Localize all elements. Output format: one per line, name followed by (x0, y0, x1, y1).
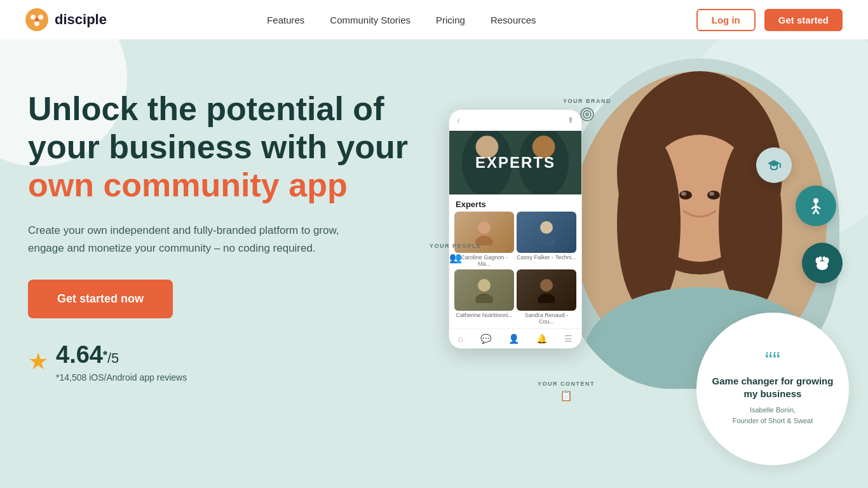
paws-icon-float (802, 243, 843, 283)
svg-point-27 (478, 221, 491, 234)
phone-card-3: Catherine Nutritionni... (454, 269, 514, 325)
hero-heading-accent: own community app (28, 166, 348, 203)
phone-nav-menu: ☰ (564, 334, 573, 344)
label-people-text: YOUR PEOPLE (430, 243, 482, 249)
phone-header: ‹ ⬆ (449, 110, 581, 131)
phone-card-2-name: Cassy Falker - Techni... (517, 254, 576, 261)
hero-left: Unlock the potential of your business wi… (28, 90, 435, 383)
yoga-icon-float (796, 186, 836, 226)
svg-point-21 (823, 257, 826, 261)
rating-reviews: *14,508 iOS/Android app reviews (56, 372, 187, 383)
hero-right: ‹ ⬆ EXPERTS Experts (423, 58, 868, 488)
header-actions: Log in Get started (696, 9, 843, 31)
logo-icon (25, 8, 48, 31)
svg-point-32 (475, 294, 493, 303)
logo-text: disciple (55, 11, 107, 28)
svg-point-11 (679, 191, 692, 200)
phone-nav-chat: 💬 (480, 334, 491, 344)
hero-heading-line2: your business with your (28, 128, 408, 165)
document-icon: 📋 (560, 390, 573, 402)
nav-features[interactable]: Features (267, 15, 304, 25)
svg-point-4 (35, 18, 39, 22)
rating-row: ★ 4.64*/5 *14,508 iOS/Android app review… (28, 341, 435, 383)
phone-card-2-img (517, 212, 576, 253)
svg-point-8 (617, 135, 681, 313)
hero-heading-line1: Unlock the potential of (28, 90, 384, 127)
phone-card-4: Sandra Renaud - Cou... (517, 269, 576, 325)
nav-pricing[interactable]: Pricing (436, 15, 465, 25)
phone-nav-home: ⌂ (458, 334, 463, 344)
star-icon: ★ (28, 348, 48, 375)
svg-point-13 (681, 192, 686, 196)
nav-resources[interactable]: Resources (491, 15, 536, 25)
nav-community-stories[interactable]: Community Stories (330, 15, 410, 25)
hero-subtext: Create your own independent and fully-br… (28, 222, 371, 256)
svg-point-33 (540, 279, 553, 292)
svg-point-14 (709, 192, 714, 196)
testimonial-text: Game changer for growing my business (712, 375, 834, 400)
svg-point-30 (538, 236, 555, 245)
phone-card-2: Cassy Falker - Techni... (517, 212, 576, 267)
main-nav: Features Community Stories Pricing Resou… (267, 15, 536, 25)
quote-mark: ““ (765, 352, 780, 370)
phone-card-4-name: Sandra Renaud - Cou... (517, 312, 576, 325)
svg-point-34 (538, 294, 555, 303)
header: disciple Features Community Stories Pric… (0, 0, 868, 39)
phone-banner-text: EXPERTS (475, 154, 555, 172)
phone-back-icon: ‹ (457, 115, 460, 125)
svg-point-31 (478, 279, 491, 292)
svg-point-2 (38, 15, 43, 20)
get-started-hero-button[interactable]: Get started now (28, 280, 173, 318)
svg-point-12 (707, 191, 720, 200)
phone-nav-bell: 🔔 (536, 334, 547, 344)
svg-point-29 (540, 221, 553, 234)
testimonial-bubble: ““ Game changer for growing my business … (696, 313, 849, 465)
rating-sup: * (103, 348, 107, 361)
svg-point-37 (586, 113, 588, 116)
label-your-brand: YOUR BRAND (563, 98, 611, 125)
phone-nav: ⌂ 💬 👤 🔔 ☰ (449, 329, 581, 348)
label-your-content: YOUR CONTENT 📋 (538, 381, 595, 402)
phone-card-3-name: Catherine Nutritionni... (454, 312, 514, 318)
rating-block: 4.64*/5 *14,508 iOS/Android app reviews (56, 341, 187, 383)
phone-card-3-img (454, 269, 514, 311)
people-icon: 👥 (449, 252, 462, 264)
logo[interactable]: disciple (25, 8, 107, 31)
svg-point-3 (34, 21, 39, 26)
rating-denom: /5 (107, 350, 119, 366)
fingerprint-icon (580, 107, 595, 125)
rating-value: 4.64 (56, 341, 103, 368)
hero-heading: Unlock the potential of your business wi… (28, 90, 435, 204)
svg-point-1 (31, 15, 36, 20)
login-button[interactable]: Log in (696, 9, 756, 31)
phone-card-4-img (517, 269, 576, 311)
phone-nav-profile: 👤 (508, 334, 519, 344)
phone-mockup: ‹ ⬆ EXPERTS Experts (449, 109, 582, 349)
testimonial-author: Isabelle Bonin, Founder of Short & Sweat (733, 405, 813, 426)
phone-section-title: Experts (449, 194, 581, 212)
label-brand-text: YOUR BRAND (563, 98, 611, 104)
phone-cards-grid: Caroline Gagnon - Ma... Cassy Falker - T… (449, 212, 581, 329)
svg-point-36 (583, 111, 591, 118)
phone-banner: EXPERTS (449, 131, 581, 194)
hero-section: Unlock the potential of your business wi… (0, 39, 868, 488)
svg-point-20 (819, 257, 822, 261)
label-your-people: YOUR PEOPLE 👥 (430, 243, 482, 264)
get-started-header-button[interactable]: Get started (764, 9, 843, 31)
label-content-text: YOUR CONTENT (538, 381, 595, 387)
svg-point-35 (581, 108, 593, 121)
cap-icon-float (756, 147, 792, 183)
